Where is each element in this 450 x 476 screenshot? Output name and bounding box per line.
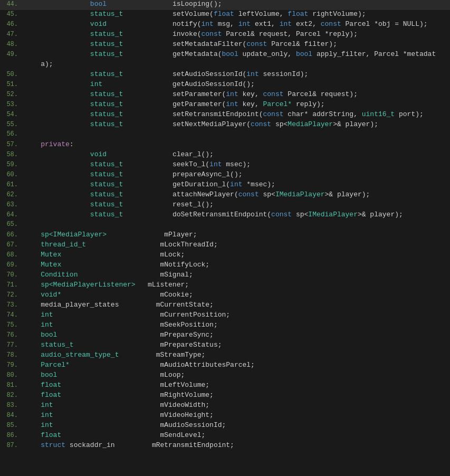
token: int [238,20,251,28]
code-line: 69. Mutex mNotifyLock; [0,261,450,271]
token [123,170,173,178]
line-content: sp<IMediaPlayer> mPlayer; [24,231,448,239]
line-content: Parcel* mAudioAttributesParcel; [24,361,448,369]
code-editor: 44. bool isLooping();45. status_t setVol… [0,0,450,476]
code-line: 55. status_t setNextMediaPlayer(const sp… [0,120,450,130]
token: int [226,90,238,98]
token [107,231,164,239]
token [107,150,173,158]
token: audio_stream_type_t [41,351,119,359]
token [123,201,173,208]
token [53,311,160,319]
token [61,261,160,269]
code-line: 72. void* mCookie; [0,291,450,301]
token: mCurrentPosition; [160,311,230,319]
code-line: 56. [0,130,450,140]
token: status_t [90,110,123,118]
token [123,120,173,128]
token: seekTo_l( [173,160,209,168]
line-number: 83. [2,402,24,409]
token: int [209,160,222,168]
line-content: Mutex mLock; [24,251,448,259]
line-content: status_t reset_l(); [24,201,448,208]
token: float [214,10,234,18]
line-number: 46. [2,21,24,28]
token: void* [41,291,61,299]
line-number: 87. [2,442,24,449]
token: bool [41,371,57,379]
token: const [263,90,284,98]
token: sp< [292,211,308,218]
line-number: 53. [2,101,24,108]
code-line: 44. bool isLooping(); [0,0,450,10]
token [61,431,160,439]
token: struct [41,441,65,449]
token [61,391,160,399]
code-line: 75. int mSeekPosition; [0,321,450,331]
token: status_t [90,191,123,198]
line-number: 52. [2,91,24,98]
token: doSetRetransmitEndpoint( [173,211,271,218]
line-number: 68. [2,251,24,259]
line-content: status_t setParameter(int key, const Par… [24,90,448,98]
line-number: 74. [2,311,24,319]
token [78,271,160,279]
token: int [226,100,238,108]
token: port); [395,110,424,118]
code-line: 61. status_t getDuration_l(int *msec); [0,180,450,191]
token: const [251,120,271,128]
token [123,90,173,98]
token: mAudioSessionId; [160,421,226,429]
token: >& player); [325,191,370,198]
code-line: 71. sp<MediaPlayerListener> mListener; [0,281,450,291]
token: status_t [90,30,123,38]
token [119,351,156,359]
line-number: 80. [2,372,24,379]
line-content: audio_stream_type_t mStreamType; [24,351,448,359]
token: sp<IMediaPlayer> [41,231,107,239]
line-content: status_t getDuration_l(int *msec); [24,180,448,188]
token [53,421,160,429]
token: const [201,30,222,38]
line-number: 76. [2,331,24,339]
token: int [201,20,213,28]
code-line: 63. status_t reset_l(); [0,201,450,211]
token: status_t [90,211,123,218]
token: clear_l(); [173,150,214,158]
token [61,291,160,299]
line-content: sp<MediaPlayerListener> mListener; [24,281,448,289]
token: mLeftVolume; [160,381,209,389]
token: prepareAsync_l(); [173,170,243,178]
token: uint16_t [362,110,395,118]
token: status_t [90,40,123,48]
token: mNotifyLock; [160,261,209,269]
code-line: 60. status_t prepareAsync_l(); [0,170,450,180]
line-content: int mCurrentPosition; [24,311,448,319]
line-number: 79. [2,361,24,369]
token: bool [222,50,238,58]
line-content: status_t setNextMediaPlayer(const sp<Med… [24,120,448,128]
code-line: 51. int getAudioSessionId(); [0,80,450,90]
token: float [41,391,61,399]
token: const [271,211,292,218]
code-line: 58. void clear_l(); [0,150,450,160]
token: int [90,80,102,88]
line-number: 55. [2,121,24,128]
token: int [41,421,53,429]
line-content: thread_id_t mLockThreadId; [24,241,448,249]
code-line: 45. status_t setVolume(float leftVolume,… [0,10,450,20]
line-content: media_player_states mCurrentState; [24,301,448,309]
token: Parcel& request, Parcel *reply); [222,30,358,38]
line-number: 70. [2,271,24,279]
token: status_t [90,50,123,58]
line-content: status_t invoke(const Parcel& request, P… [24,30,448,38]
token: >& player); [333,120,378,128]
token [102,80,173,88]
token: float [41,431,61,439]
token: mListener; [148,281,189,289]
line-number: 72. [2,291,24,299]
code-line: 73. media_player_states mCurrentState; [0,301,450,311]
token: isLooping(); [173,0,222,8]
code-line: 49. status_t getMetadata(bool update_onl… [0,50,450,60]
token [115,441,152,449]
